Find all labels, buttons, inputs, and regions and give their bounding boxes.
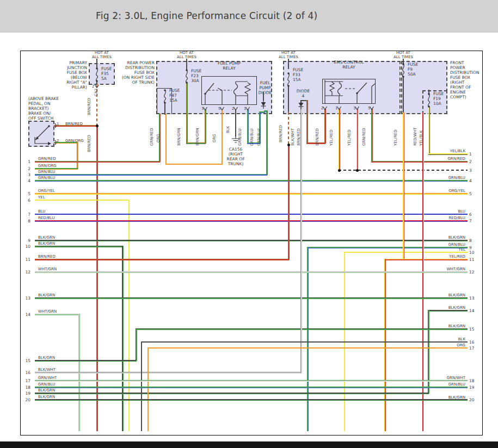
row-label-blu: BLU (38, 209, 45, 214)
row-label-grn-blu: GRN/BLU (38, 170, 55, 174)
pin-label: BRN/RED (65, 122, 83, 126)
row-number-right-17: 17 (469, 346, 479, 351)
row-label-yel-blk: YEL/BLK (450, 149, 465, 153)
junction-dot (338, 169, 341, 172)
wire-blk (288, 86, 289, 113)
row-label-red-blu: RED/BLU (448, 216, 465, 220)
wire-yel (128, 200, 130, 431)
wire-blk-wht (35, 372, 302, 374)
fuse-f35-label: FUSE F35 5A (101, 66, 112, 81)
row-number-left-1: 1 (21, 159, 30, 164)
wire-label-red-wht: RED/WHT (413, 128, 417, 146)
wire-grn-blu (35, 174, 267, 176)
wire-blk-grn (35, 297, 468, 299)
wire-brn-grn (205, 109, 206, 144)
wire-blk (428, 90, 429, 94)
row-label-org: ORG (457, 343, 465, 347)
row-number-left-18: 18 (21, 385, 30, 390)
row-label-grn-blu: GRN/BLU (448, 242, 465, 247)
box-fuel-pump-relay-box (201, 76, 257, 105)
row-label-grn-red: GRN/RED (447, 157, 465, 161)
wire-yel (35, 200, 130, 201)
row-label-org-yel: ORG/YEL (38, 189, 55, 193)
wire-grn-blu (266, 110, 268, 175)
wire-wht-grn (35, 271, 468, 273)
bottom-bar (0, 441, 498, 448)
wire-label-brn-red: BRN/RED (87, 98, 91, 115)
row-number-right-19: 19 (469, 385, 479, 390)
pin-label: 1 (244, 107, 246, 111)
row-number-left-8: 8 (21, 219, 30, 223)
row-label-grn-blu: GRN/BLU (38, 382, 55, 387)
wire-brn-red (35, 259, 289, 260)
wire-brn-red (96, 125, 98, 431)
wire-label-yel-red: YEL/RED (394, 129, 398, 146)
wire-brn-grn (186, 83, 188, 144)
wire-label-grn-blu: GRN/BLU (250, 129, 254, 146)
row-number-right-3: 3 (469, 168, 479, 173)
pin-label: 5 (218, 107, 220, 111)
wire-brn-red (288, 112, 289, 145)
brake-switch-label: (ABOVE BRAKE PEDAL, ON BRACKET) BRAKE ON… (28, 96, 59, 121)
row-number-right-7: 7 (469, 219, 479, 223)
pin-label: 2 (232, 107, 234, 111)
pin-label: 1 (57, 122, 59, 126)
hot-at-all-times-label: HOT AT ALL TIMES (394, 51, 413, 60)
row-number-left-7: 7 (21, 212, 30, 217)
fuel-pump-diode-label: FUEL PUMP DIODE (259, 80, 272, 95)
wire-label-yel-red: YEL/RED (347, 129, 352, 146)
row-number-left-14: 14 (21, 312, 30, 317)
wire-brn-red (288, 144, 290, 260)
row-number-right-8: 8 (469, 238, 479, 243)
row-number-left-9: 9 (21, 238, 30, 243)
box-ems-control-relay-box (322, 79, 376, 104)
wire-label-brn-red: BRN/RED (297, 128, 301, 146)
wire-org (165, 114, 167, 165)
fuse-f23-label: FUSE F23 30A (191, 69, 201, 83)
wire-label-ca2: CA2 (94, 89, 99, 96)
row-number-right-1: 1 (469, 152, 479, 157)
wire-yel-blk (428, 107, 430, 154)
row-label-blk: BLK (458, 337, 465, 341)
wire-brn-red (324, 109, 326, 144)
wire-blk (96, 59, 97, 68)
ems-control-relay-title: EMS CONTROL RELAY (334, 60, 364, 70)
row-label-blu: BLU (458, 209, 465, 214)
wire-blk (141, 341, 468, 343)
row-label-blk-grn: BLK/GRN (38, 388, 55, 393)
row-number-right-12: 12 (469, 270, 479, 275)
wire-grn-blu (35, 387, 468, 388)
hot-at-all-times-label: HOT AT ALL TIMES (279, 51, 298, 60)
row-number-left-17: 17 (21, 378, 30, 383)
row-label-blk-wht: BLK/WHT (38, 368, 56, 372)
row-label-yel: YEL (38, 195, 45, 200)
fuel-pump-relay-title: FUEL PUMP RELAY (218, 61, 241, 71)
pin-label: 1 (335, 106, 337, 110)
row-number-left-10: 10 (21, 244, 30, 249)
row-number-left-3: 3 (21, 172, 30, 177)
wire-blk (164, 103, 165, 115)
wire-brn-red (306, 100, 308, 144)
wire-org (222, 109, 223, 165)
row-number-right-9: 9 (469, 245, 479, 250)
row-label-grn-blu: GRN/BLU (38, 176, 55, 180)
row-label-grn-wht: GRN/WHT (447, 376, 465, 380)
hot-at-all-times-label: HOT AT ALL TIMES (177, 51, 196, 60)
wire-yel-red (384, 259, 386, 431)
ground-ca156-label: CA156 (RIGHT REAR OF TRUNK) (227, 147, 245, 166)
row-number-right-18: 18 (469, 378, 479, 383)
row-number-left-2: 2 (21, 166, 30, 171)
wire-yel-red (339, 109, 340, 171)
row-label-wht-grn: WHT/GRN (38, 267, 57, 271)
junction-dot (96, 125, 99, 127)
pin-label: 2 (321, 106, 323, 110)
row-label-blk-grn: BLK/GRN (38, 293, 55, 297)
wire-label-org: ORG (212, 134, 217, 142)
wire-label-grn-red: GRN/RED (362, 128, 366, 146)
row-number-right-13: 13 (469, 296, 479, 301)
row-number-right-20: 20 (469, 397, 479, 402)
pin-label: 2 (57, 139, 59, 143)
row-label-grn-blu: GRN/BLU (448, 382, 465, 387)
row-label-blk-grn: BLK/GRN (38, 356, 55, 360)
wire-org (147, 347, 468, 349)
